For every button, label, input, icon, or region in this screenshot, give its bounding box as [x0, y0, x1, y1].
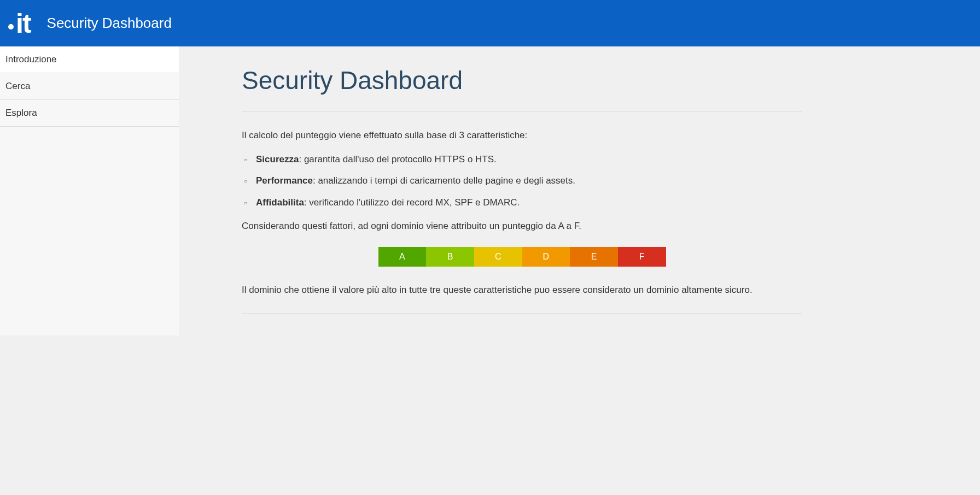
rating-cell-b: B — [426, 247, 474, 267]
logo-text: it — [16, 8, 31, 39]
rating-cell-f: F — [618, 247, 666, 267]
sidebar-item-introduzione[interactable]: Introduzione — [0, 46, 179, 73]
page-title: Security Dashboard — [242, 66, 802, 95]
rating-cell-c: C — [474, 247, 522, 267]
rating-cell-e: E — [570, 247, 618, 267]
feature-item-performance: Performance: analizzando i tempi di cari… — [242, 174, 802, 188]
logo-dot-icon — [8, 24, 14, 30]
sidebar-item-label: Introduzione — [5, 54, 57, 64]
closing-text: Il dominio che ottiene il valore più alt… — [242, 283, 802, 297]
header-title: Security Dashboard — [47, 15, 172, 32]
divider — [242, 111, 802, 112]
bottom-divider — [242, 313, 802, 314]
logo[interactable]: it — [8, 8, 31, 39]
main-content: Security Dashboard Il calcolo del punteg… — [179, 46, 835, 335]
header: it Security Dashboard — [0, 0, 980, 46]
feature-desc: : verificando l'utilizzo dei record MX, … — [304, 197, 520, 208]
feature-item-affidabilita: Affidabilita: verificando l'utilizzo dei… — [242, 196, 802, 210]
sidebar-item-cerca[interactable]: Cerca — [0, 73, 179, 100]
sidebar-item-esplora[interactable]: Esplora — [0, 100, 179, 127]
rating-cell-a: A — [378, 247, 427, 267]
summary-text: Considerando questi fattori, ad ogni dom… — [242, 219, 802, 233]
rating-bar: A B C D E F — [378, 247, 666, 267]
feature-list: Sicurezza: garantita dall'uso del protoc… — [242, 152, 802, 210]
rating-cell-d: D — [522, 247, 570, 267]
feature-term: Affidabilita — [256, 197, 304, 208]
feature-item-sicurezza: Sicurezza: garantita dall'uso del protoc… — [242, 152, 802, 167]
feature-term: Sicurezza — [256, 154, 299, 164]
rating-scale: A B C D E F — [378, 247, 666, 267]
feature-term: Performance — [256, 175, 313, 186]
feature-desc: : analizzando i tempi di caricamento del… — [313, 175, 575, 186]
sidebar: Introduzione Cerca Esplora — [0, 46, 179, 335]
layout: Introduzione Cerca Esplora Security Dash… — [0, 46, 980, 335]
intro-text: Il calcolo del punteggio viene effettuat… — [242, 128, 802, 143]
sidebar-item-label: Cerca — [5, 81, 30, 91]
sidebar-item-label: Esplora — [5, 108, 37, 118]
feature-desc: : garantita dall'uso del protocollo HTTP… — [299, 154, 496, 164]
